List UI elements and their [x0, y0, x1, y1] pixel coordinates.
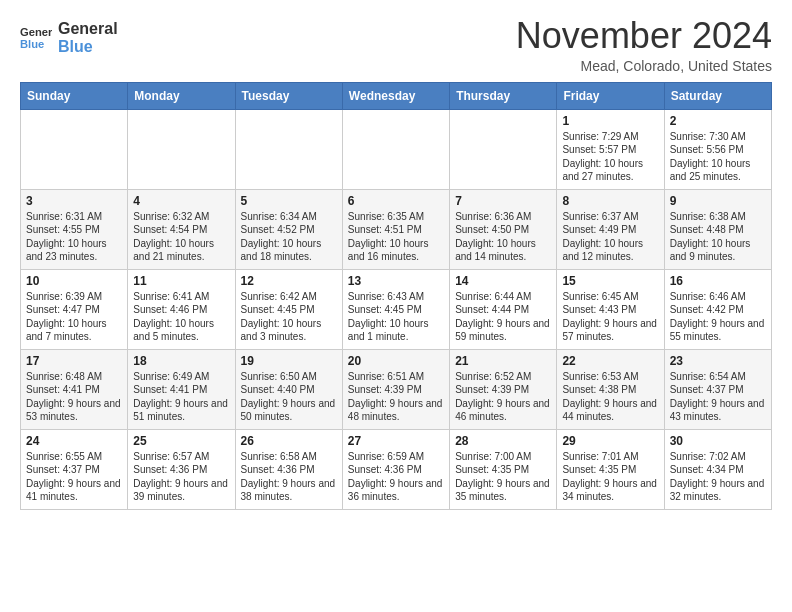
- day-number: 18: [133, 354, 229, 368]
- day-info: Sunrise: 6:51 AM Sunset: 4:39 PM Dayligh…: [348, 370, 444, 424]
- calendar-cell: 2Sunrise: 7:30 AM Sunset: 5:56 PM Daylig…: [664, 109, 771, 189]
- day-number: 7: [455, 194, 551, 208]
- logo: General Blue General Blue: [20, 20, 118, 57]
- day-number: 2: [670, 114, 766, 128]
- calendar-week-row: 3Sunrise: 6:31 AM Sunset: 4:55 PM Daylig…: [21, 189, 772, 269]
- day-info: Sunrise: 6:49 AM Sunset: 4:41 PM Dayligh…: [133, 370, 229, 424]
- calendar-cell: 19Sunrise: 6:50 AM Sunset: 4:40 PM Dayli…: [235, 349, 342, 429]
- month-title: November 2024: [516, 16, 772, 56]
- location-subtitle: Mead, Colorado, United States: [516, 58, 772, 74]
- day-info: Sunrise: 6:50 AM Sunset: 4:40 PM Dayligh…: [241, 370, 337, 424]
- calendar-header-row: SundayMondayTuesdayWednesdayThursdayFrid…: [21, 82, 772, 109]
- day-number: 3: [26, 194, 122, 208]
- calendar-cell: 27Sunrise: 6:59 AM Sunset: 4:36 PM Dayli…: [342, 429, 449, 509]
- calendar-cell: [342, 109, 449, 189]
- day-info: Sunrise: 6:58 AM Sunset: 4:36 PM Dayligh…: [241, 450, 337, 504]
- calendar-header-friday: Friday: [557, 82, 664, 109]
- day-number: 24: [26, 434, 122, 448]
- day-info: Sunrise: 6:34 AM Sunset: 4:52 PM Dayligh…: [241, 210, 337, 264]
- calendar-cell: 16Sunrise: 6:46 AM Sunset: 4:42 PM Dayli…: [664, 269, 771, 349]
- calendar-cell: 29Sunrise: 7:01 AM Sunset: 4:35 PM Dayli…: [557, 429, 664, 509]
- day-info: Sunrise: 7:02 AM Sunset: 4:34 PM Dayligh…: [670, 450, 766, 504]
- day-info: Sunrise: 7:29 AM Sunset: 5:57 PM Dayligh…: [562, 130, 658, 184]
- day-info: Sunrise: 6:48 AM Sunset: 4:41 PM Dayligh…: [26, 370, 122, 424]
- calendar-cell: 15Sunrise: 6:45 AM Sunset: 4:43 PM Dayli…: [557, 269, 664, 349]
- day-info: Sunrise: 7:00 AM Sunset: 4:35 PM Dayligh…: [455, 450, 551, 504]
- calendar-week-row: 17Sunrise: 6:48 AM Sunset: 4:41 PM Dayli…: [21, 349, 772, 429]
- calendar-cell: 13Sunrise: 6:43 AM Sunset: 4:45 PM Dayli…: [342, 269, 449, 349]
- day-info: Sunrise: 6:42 AM Sunset: 4:45 PM Dayligh…: [241, 290, 337, 344]
- calendar-header-saturday: Saturday: [664, 82, 771, 109]
- day-number: 20: [348, 354, 444, 368]
- day-info: Sunrise: 6:31 AM Sunset: 4:55 PM Dayligh…: [26, 210, 122, 264]
- day-number: 8: [562, 194, 658, 208]
- calendar-week-row: 24Sunrise: 6:55 AM Sunset: 4:37 PM Dayli…: [21, 429, 772, 509]
- day-info: Sunrise: 6:36 AM Sunset: 4:50 PM Dayligh…: [455, 210, 551, 264]
- day-info: Sunrise: 6:41 AM Sunset: 4:46 PM Dayligh…: [133, 290, 229, 344]
- page-header: General Blue General Blue November 2024 …: [20, 16, 772, 74]
- day-number: 26: [241, 434, 337, 448]
- calendar-cell: 6Sunrise: 6:35 AM Sunset: 4:51 PM Daylig…: [342, 189, 449, 269]
- day-info: Sunrise: 6:46 AM Sunset: 4:42 PM Dayligh…: [670, 290, 766, 344]
- day-info: Sunrise: 6:45 AM Sunset: 4:43 PM Dayligh…: [562, 290, 658, 344]
- day-number: 21: [455, 354, 551, 368]
- calendar-cell: 23Sunrise: 6:54 AM Sunset: 4:37 PM Dayli…: [664, 349, 771, 429]
- day-info: Sunrise: 6:52 AM Sunset: 4:39 PM Dayligh…: [455, 370, 551, 424]
- day-info: Sunrise: 6:54 AM Sunset: 4:37 PM Dayligh…: [670, 370, 766, 424]
- calendar-cell: [128, 109, 235, 189]
- calendar-cell: 18Sunrise: 6:49 AM Sunset: 4:41 PM Dayli…: [128, 349, 235, 429]
- day-number: 5: [241, 194, 337, 208]
- day-info: Sunrise: 6:55 AM Sunset: 4:37 PM Dayligh…: [26, 450, 122, 504]
- calendar-cell: 24Sunrise: 6:55 AM Sunset: 4:37 PM Dayli…: [21, 429, 128, 509]
- calendar-cell: 20Sunrise: 6:51 AM Sunset: 4:39 PM Dayli…: [342, 349, 449, 429]
- day-number: 27: [348, 434, 444, 448]
- day-number: 30: [670, 434, 766, 448]
- day-info: Sunrise: 6:38 AM Sunset: 4:48 PM Dayligh…: [670, 210, 766, 264]
- calendar-cell: [235, 109, 342, 189]
- calendar-cell: 10Sunrise: 6:39 AM Sunset: 4:47 PM Dayli…: [21, 269, 128, 349]
- day-info: Sunrise: 6:59 AM Sunset: 4:36 PM Dayligh…: [348, 450, 444, 504]
- day-number: 11: [133, 274, 229, 288]
- day-number: 12: [241, 274, 337, 288]
- day-info: Sunrise: 6:32 AM Sunset: 4:54 PM Dayligh…: [133, 210, 229, 264]
- svg-text:Blue: Blue: [20, 38, 44, 50]
- logo-line2: Blue: [58, 38, 118, 56]
- day-number: 17: [26, 354, 122, 368]
- calendar-header-tuesday: Tuesday: [235, 82, 342, 109]
- calendar-cell: 9Sunrise: 6:38 AM Sunset: 4:48 PM Daylig…: [664, 189, 771, 269]
- calendar-cell: 30Sunrise: 7:02 AM Sunset: 4:34 PM Dayli…: [664, 429, 771, 509]
- title-block: November 2024 Mead, Colorado, United Sta…: [516, 16, 772, 74]
- day-number: 14: [455, 274, 551, 288]
- logo-line1: General: [58, 20, 118, 38]
- calendar-cell: 12Sunrise: 6:42 AM Sunset: 4:45 PM Dayli…: [235, 269, 342, 349]
- day-number: 9: [670, 194, 766, 208]
- day-info: Sunrise: 7:01 AM Sunset: 4:35 PM Dayligh…: [562, 450, 658, 504]
- day-number: 13: [348, 274, 444, 288]
- calendar-cell: 22Sunrise: 6:53 AM Sunset: 4:38 PM Dayli…: [557, 349, 664, 429]
- calendar-week-row: 10Sunrise: 6:39 AM Sunset: 4:47 PM Dayli…: [21, 269, 772, 349]
- day-number: 22: [562, 354, 658, 368]
- calendar-table: SundayMondayTuesdayWednesdayThursdayFrid…: [20, 82, 772, 510]
- calendar-cell: 26Sunrise: 6:58 AM Sunset: 4:36 PM Dayli…: [235, 429, 342, 509]
- logo-icon: General Blue: [20, 22, 52, 54]
- calendar-header-monday: Monday: [128, 82, 235, 109]
- calendar-cell: 7Sunrise: 6:36 AM Sunset: 4:50 PM Daylig…: [450, 189, 557, 269]
- day-info: Sunrise: 6:44 AM Sunset: 4:44 PM Dayligh…: [455, 290, 551, 344]
- calendar-header-wednesday: Wednesday: [342, 82, 449, 109]
- day-info: Sunrise: 6:39 AM Sunset: 4:47 PM Dayligh…: [26, 290, 122, 344]
- calendar-cell: 11Sunrise: 6:41 AM Sunset: 4:46 PM Dayli…: [128, 269, 235, 349]
- day-number: 28: [455, 434, 551, 448]
- calendar-cell: 21Sunrise: 6:52 AM Sunset: 4:39 PM Dayli…: [450, 349, 557, 429]
- calendar-cell: 1Sunrise: 7:29 AM Sunset: 5:57 PM Daylig…: [557, 109, 664, 189]
- day-number: 10: [26, 274, 122, 288]
- calendar-cell: 28Sunrise: 7:00 AM Sunset: 4:35 PM Dayli…: [450, 429, 557, 509]
- day-info: Sunrise: 7:30 AM Sunset: 5:56 PM Dayligh…: [670, 130, 766, 184]
- day-info: Sunrise: 6:43 AM Sunset: 4:45 PM Dayligh…: [348, 290, 444, 344]
- calendar-cell: 5Sunrise: 6:34 AM Sunset: 4:52 PM Daylig…: [235, 189, 342, 269]
- day-number: 16: [670, 274, 766, 288]
- day-info: Sunrise: 6:37 AM Sunset: 4:49 PM Dayligh…: [562, 210, 658, 264]
- day-number: 25: [133, 434, 229, 448]
- day-info: Sunrise: 6:35 AM Sunset: 4:51 PM Dayligh…: [348, 210, 444, 264]
- day-number: 19: [241, 354, 337, 368]
- calendar-cell: 17Sunrise: 6:48 AM Sunset: 4:41 PM Dayli…: [21, 349, 128, 429]
